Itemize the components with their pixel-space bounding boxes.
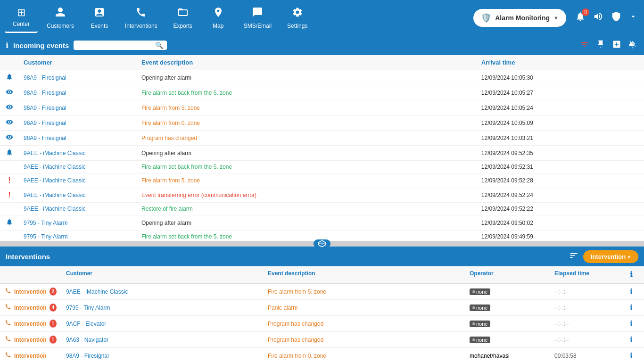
interventions-table-body: Intervention 2 9AEE - iMachine Classic F… [0,284,644,362]
row-description: Fire alarm set back from the 5. zone [137,85,477,100]
row-customer: 9AEE - iMachine Classic [19,146,137,161]
event-row[interactable]: 98A9 - Firesignal Program has changed 12… [0,131,644,146]
info-icon: ℹ [6,41,8,50]
int-operator: none [465,317,550,330]
row-icon [0,146,19,161]
resize-divider[interactable] [0,241,644,247]
int-customer: 9A63 - Navigator [61,333,263,346]
row-description: Opening after alarm [137,146,477,161]
event-row[interactable]: 98A9 - Firesignal Fire alarm set back fr… [0,85,644,100]
row-customer: 98A9 - Firesignal [19,85,137,100]
event-row[interactable]: 9795 - Tiny Alarm Opening after alarm 12… [0,215,644,230]
nav-sms-email[interactable]: SMS/Email [237,2,278,33]
search-input[interactable] [77,42,153,49]
row-description: Fire alarm from 5. zone [137,173,477,188]
nav-map[interactable]: Map [202,2,235,33]
volume-button[interactable] [591,9,605,26]
bell-off-button[interactable] [627,39,638,52]
event-row[interactable]: 98A9 - Firesignal Fire alarm from 0. zon… [0,115,644,131]
event-row[interactable]: ! 9AEE - iMachine Classic Event transfer… [0,188,644,203]
resize-handle[interactable] [314,239,330,248]
shield-button[interactable] [609,9,623,26]
row-time: 12/09/2024 10:03:21 [477,131,644,146]
int-info: ℹ [625,316,644,331]
intervention-row[interactable]: Intervention 1 9ACF - Elevator Program h… [0,316,644,332]
nav-exports[interactable]: Exports [166,2,199,33]
dropdown-chevron-button[interactable] [627,10,639,25]
row-icon [0,230,19,241]
event-row[interactable]: 98A9 - Firesignal Fire alarm from 5. zon… [0,100,644,115]
int-col-info: ℹ [625,266,644,283]
intervention-row[interactable]: Intervention 1 9A63 - Navigator Program … [0,332,644,348]
customers-icon [55,7,66,21]
intervention-text: Intervention [14,353,47,359]
pin-button[interactable] [595,39,606,52]
row-customer: 9AEE - iMachine Classic [19,203,137,215]
nav-interventions[interactable]: Interventions [118,2,164,33]
int-operator: none [465,285,550,298]
new-intervention-button[interactable]: Intervention » [583,250,638,263]
intervention-row[interactable]: Intervention 4 9795 - Tiny Alarm Panic a… [0,300,644,316]
int-col-elapsed: Elapsed time [550,266,625,283]
nav-center[interactable]: ⊞ Center [5,2,38,33]
row-icon [0,85,19,100]
phone-icon [5,352,11,360]
nav-events[interactable]: Events [83,2,116,33]
notifications-button[interactable]: 8 [573,9,587,26]
filter-button[interactable] [579,39,590,52]
phone-icon [5,336,11,344]
row-time: 12/09/2024 10:05:09 [477,115,644,131]
intervention-badge: 2 [50,288,57,296]
event-row[interactable]: 9AEE - iMachine Classic Fire alarm set b… [0,161,644,173]
nav-customers[interactable]: Customers [40,2,81,33]
operator-none-badge: none [470,321,490,327]
row-customer: 9795 - Tiny Alarm [19,215,137,230]
add-button[interactable] [611,39,622,52]
intervention-row[interactable]: Intervention 2 9AEE - iMachine Classic F… [0,284,644,300]
top-right-icons: 8 [573,9,639,26]
row-icon [0,100,19,115]
interventions-header: Interventions Intervention » [0,247,644,266]
sort-button[interactable] [569,251,578,263]
search-box: 🔍 [74,41,167,50]
int-elapsed: --:--:-- [550,317,625,330]
row-icon: ! [0,173,19,188]
int-customer: 9ACF - Elevator [61,317,263,330]
phone-icon [5,288,11,296]
event-row[interactable]: 98A9 - Firesignal Opening after alarm 12… [0,70,644,85]
incoming-events-header: ℹ Incoming events 🔍 [0,35,644,55]
int-operator: mohanet/havasi [465,349,550,362]
row-description: Opening after alarm [137,70,477,85]
events-icon [94,7,105,21]
event-row[interactable]: 9AEE - iMachine Classic Opening after al… [0,146,644,161]
row-description: Fire alarm set back from the 5. zone [137,230,477,241]
new-intervention-label: Intervention » [591,253,631,260]
int-operator: none [465,333,550,346]
phone-icon [5,304,11,312]
row-time: 12/09/2024 09:49:59 [477,230,644,241]
col-customer: Customer [19,55,137,70]
incoming-events-panel: ℹ Incoming events 🔍 [0,35,644,241]
int-customer: 9AEE - iMachine Classic [61,285,263,298]
col-icon [0,55,19,70]
intervention-text: Intervention [14,321,47,327]
operator-none-badge: none [470,304,490,311]
int-description: Program has changed [263,317,465,330]
row-description: Fire alarm set back from the 5. zone [137,161,477,173]
nav-settings[interactable]: Settings [281,2,314,33]
int-customer: 98A9 - Firesignal [61,349,263,362]
intervention-row[interactable]: Intervention 98A9 - Firesignal Fire alar… [0,348,644,362]
row-customer: 9AEE - iMachine Classic [19,188,137,203]
row-customer: 98A9 - Firesignal [19,70,137,85]
int-label-cell: Intervention 2 [0,284,61,299]
row-customer: 9795 - Tiny Alarm [19,230,137,241]
interventions-panel: Interventions Intervention » Customer Ev… [0,247,644,362]
event-row[interactable]: ! 9AEE - iMachine Classic Fire alarm fro… [0,173,644,188]
row-icon [0,70,19,85]
event-row[interactable]: 9AEE - iMachine Classic Restore of fire … [0,203,644,215]
row-icon [0,131,19,146]
intervention-text: Intervention [14,337,47,343]
events-table: Customer Event description Arrival time … [0,55,644,241]
alarm-monitoring-button[interactable]: 🛡️ Alarm Monitoring ▼ [473,9,566,27]
row-time: 12/09/2024 09:50:02 [477,215,644,230]
